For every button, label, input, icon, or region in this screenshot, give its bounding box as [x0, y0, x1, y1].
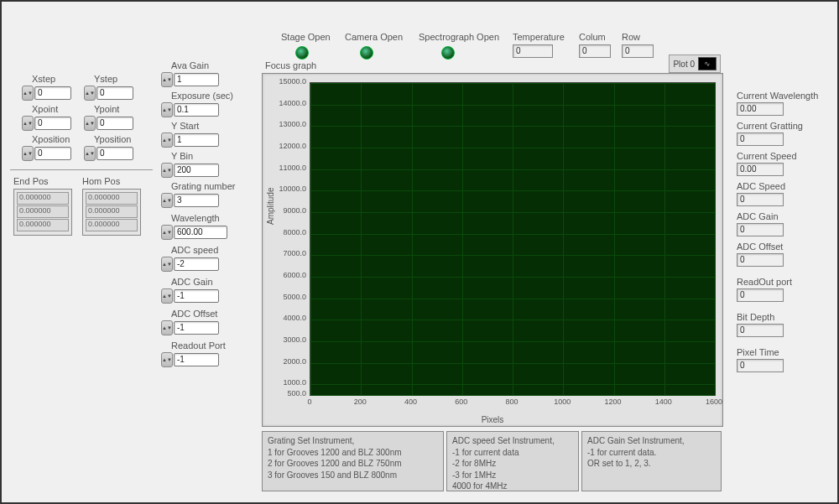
chart-ytick: 12000.0 [271, 142, 306, 150]
bit-depth-label: Bit Depth [737, 312, 774, 322]
ystart-control[interactable]: ▲▼ 1 [161, 132, 219, 148]
current-speed-label: Current Speed [737, 151, 797, 161]
end-pos-cluster[interactable]: 0.000000 0.000000 0.000000 [13, 189, 72, 236]
wavelength-value[interactable]: 600.00 [174, 226, 227, 239]
yposition-control[interactable]: ▲▼ 0 [84, 146, 133, 161]
chart-ytick: 6000.0 [271, 271, 306, 279]
xstep-control[interactable]: ▲▼ 0 [22, 86, 71, 101]
bit-depth-indicator: 0 [737, 324, 784, 337]
hom-pos-cluster[interactable]: 0.000000 0.000000 0.000000 [82, 189, 141, 236]
hom-pos-row[interactable]: 0.000000 [86, 219, 138, 231]
divider [10, 169, 153, 170]
ybin-control[interactable]: ▲▼ 200 [161, 163, 219, 178]
adc-offset-readout-label: ADC Offset [737, 242, 783, 252]
wavelength-label: Wavelength [171, 213, 220, 223]
yposition-label: Yposition [94, 134, 131, 144]
ava-gain-label: Ava Gain [171, 60, 209, 70]
adc-speed-control[interactable]: ▲▼ -2 [161, 257, 219, 272]
chart-xtick: 1000 [550, 397, 575, 406]
end-pos-row[interactable]: 0.000000 [17, 219, 69, 231]
exposure-control[interactable]: ▲▼ 0.1 [161, 102, 219, 117]
xpoint-value[interactable]: 0 [34, 117, 71, 130]
camera-open-label: Camera Open [345, 32, 403, 42]
chart-ytick: 11000.0 [271, 164, 306, 172]
colum-label: Colum [579, 32, 606, 42]
spinner-icon[interactable]: ▲▼ [161, 352, 173, 367]
adc-offset-label: ADC Offset [171, 309, 217, 319]
spinner-icon[interactable]: ▲▼ [161, 163, 173, 178]
spinner-icon[interactable]: ▲▼ [84, 116, 96, 131]
adc-speed-value[interactable]: -2 [174, 257, 219, 271]
xposition-control[interactable]: ▲▼ 0 [22, 146, 71, 161]
chart-xtick: 1600 [701, 397, 727, 406]
focus-graph[interactable]: Plot 0 ∿ Amplitude Pixels 500.01000.0200… [262, 73, 723, 427]
chart-xtick: 0 [297, 397, 322, 406]
wavelength-control[interactable]: ▲▼ 600.00 [161, 225, 227, 240]
adc-speed-readout: 0 [737, 193, 784, 206]
ystep-value[interactable]: 0 [96, 86, 133, 100]
ybin-value[interactable]: 200 [174, 164, 219, 177]
chart-xtick: 600 [449, 397, 474, 406]
legend-label: Plot 0 [673, 60, 695, 69]
adc-speed-label: ADC speed [171, 245, 218, 255]
ava-gain-value[interactable]: 1 [174, 73, 219, 86]
yposition-value[interactable]: 0 [96, 147, 133, 160]
spinner-icon[interactable]: ▲▼ [161, 225, 173, 240]
spinner-icon[interactable]: ▲▼ [84, 86, 96, 101]
spinner-icon[interactable]: ▲▼ [84, 146, 96, 161]
chart-ytick: 13000.0 [271, 120, 306, 128]
stage-open-label: Stage Open [281, 32, 331, 42]
row-indicator: 0 [622, 44, 654, 58]
spinner-icon[interactable]: ▲▼ [161, 102, 173, 117]
adc-gain-readout-label: ADC Gain [737, 211, 779, 221]
grating-number-control[interactable]: ▲▼ 3 [161, 193, 219, 208]
ava-gain-control[interactable]: ▲▼ 1 [161, 72, 219, 87]
chart-legend[interactable]: Plot 0 ∿ [669, 55, 721, 73]
adc-speed-info-box: ADC speed Set Instrument, -1 for current… [446, 431, 579, 491]
readout-port-control[interactable]: ▲▼ -1 [161, 352, 219, 367]
hom-pos-label: Hom Pos [82, 176, 120, 186]
adc-gain-value[interactable]: -1 [174, 289, 219, 303]
temperature-label: Temperature [513, 32, 565, 42]
spinner-icon[interactable]: ▲▼ [22, 116, 34, 131]
current-gratting-label: Current Gratting [737, 121, 803, 131]
readout-port-value[interactable]: -1 [174, 353, 219, 366]
xstep-value[interactable]: 0 [34, 86, 71, 100]
exposure-value[interactable]: 0.1 [174, 103, 219, 117]
chart-plot-area[interactable] [310, 82, 716, 396]
chart-ytick: 4000.0 [271, 314, 306, 322]
spinner-icon[interactable]: ▲▼ [161, 132, 173, 148]
chart-ytick: 8000.0 [271, 228, 306, 236]
grating-info-text: Grating Set Instrument, 1 for Grooves 12… [268, 435, 438, 481]
hom-pos-row[interactable]: 0.000000 [86, 192, 138, 205]
adc-offset-control[interactable]: ▲▼ -1 [161, 320, 219, 335]
xpoint-control[interactable]: ▲▼ 0 [22, 116, 71, 131]
spinner-icon[interactable]: ▲▼ [22, 146, 34, 161]
ypoint-control[interactable]: ▲▼ 0 [84, 116, 133, 131]
legend-swatch-icon[interactable]: ∿ [698, 57, 717, 70]
ypoint-label: Ypoint [94, 104, 119, 114]
spinner-icon[interactable]: ▲▼ [161, 320, 173, 335]
adc-gain-info-text: ADC Gain Set Instrument, -1 for current … [587, 435, 716, 470]
grating-number-value[interactable]: 3 [174, 194, 219, 207]
chart-ytick: 1000.0 [271, 378, 306, 387]
spectrograph-open-label: Spectrograph Open [419, 32, 499, 42]
adc-offset-value[interactable]: -1 [174, 321, 219, 335]
end-pos-row[interactable]: 0.000000 [17, 205, 69, 218]
camera-open-led [360, 46, 373, 60]
adc-speed-readout-label: ADC Speed [737, 181, 785, 191]
hom-pos-row[interactable]: 0.000000 [86, 205, 138, 218]
ystep-control[interactable]: ▲▼ 0 [84, 86, 133, 101]
ypoint-value[interactable]: 0 [96, 117, 133, 130]
spinner-icon[interactable]: ▲▼ [161, 193, 173, 208]
spinner-icon[interactable]: ▲▼ [161, 288, 173, 304]
spinner-icon[interactable]: ▲▼ [22, 86, 34, 101]
spinner-icon[interactable]: ▲▼ [161, 257, 173, 272]
spinner-icon[interactable]: ▲▼ [161, 72, 173, 87]
end-pos-row[interactable]: 0.000000 [17, 192, 69, 205]
ystart-value[interactable]: 1 [174, 133, 219, 147]
chart-ytick: 9000.0 [271, 206, 306, 215]
xposition-value[interactable]: 0 [34, 147, 71, 160]
adc-gain-control[interactable]: ▲▼ -1 [161, 288, 219, 304]
current-speed-indicator: 0.00 [737, 163, 784, 176]
